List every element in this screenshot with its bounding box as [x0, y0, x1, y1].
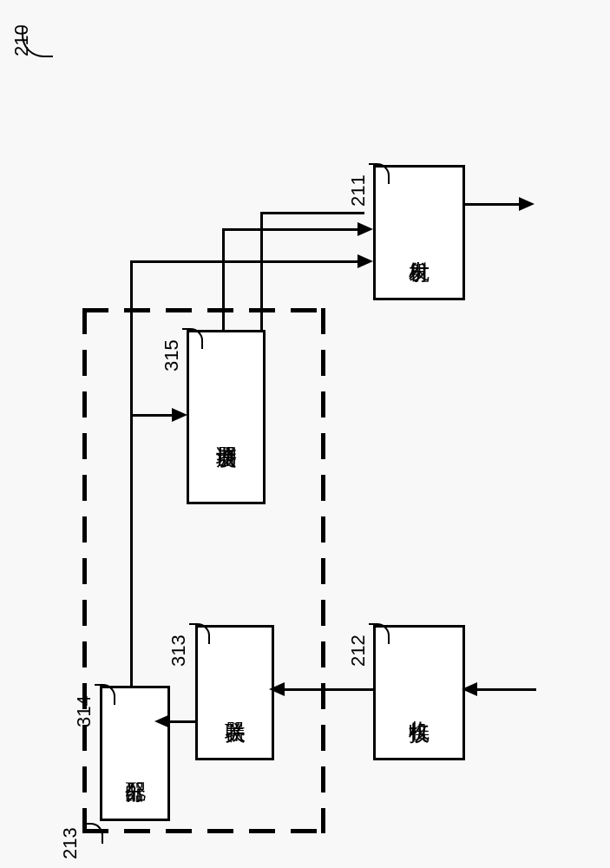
receiver-ref: 212	[347, 635, 370, 667]
container-top	[82, 308, 325, 312]
container-right	[321, 308, 325, 833]
allocator: 分配器	[100, 686, 170, 821]
transmitter: 发射机	[373, 165, 465, 300]
correlator-ref: 313	[167, 635, 190, 667]
allocator-ref: 314	[73, 695, 95, 727]
container-left	[82, 308, 87, 833]
transmitter-ref: 211	[347, 174, 370, 207]
container-ref: 213	[59, 827, 82, 859]
receiver: 接收机	[373, 625, 465, 760]
block-scheduler-ref: 315	[161, 339, 183, 372]
correlator: 关联器	[195, 625, 274, 760]
block-scheduler: 块调度器	[187, 330, 266, 504]
container-bottom	[82, 829, 325, 833]
